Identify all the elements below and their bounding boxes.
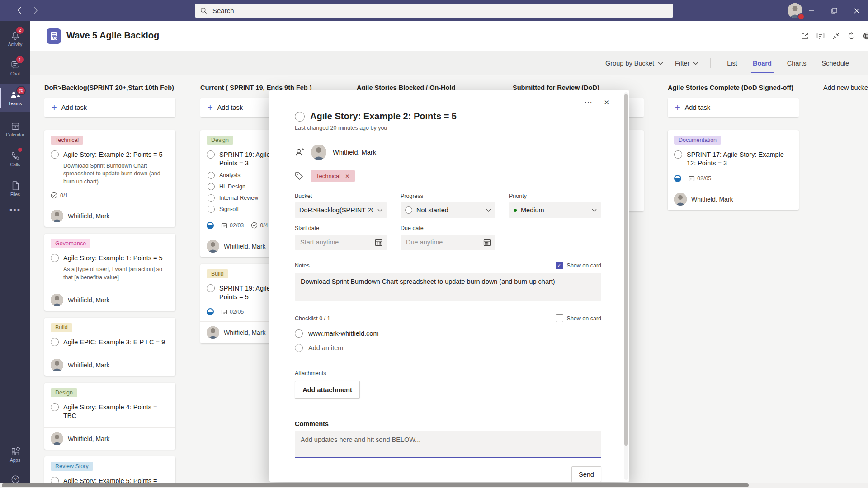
conversation-icon[interactable] — [816, 32, 825, 40]
calendar-icon[interactable] — [375, 239, 382, 246]
add-assignee-icon[interactable] — [295, 148, 305, 157]
checklist-item-circle[interactable] — [295, 329, 303, 338]
assignee-name: Whitfield, Mark — [333, 149, 376, 156]
checklist-show-on-card[interactable]: Show on card — [556, 314, 601, 322]
avatar — [674, 193, 687, 206]
complete-task-circle[interactable] — [51, 477, 59, 483]
start-date-input[interactable] — [295, 235, 387, 250]
view-tab-schedule[interactable]: Schedule — [821, 58, 850, 69]
due-date-field[interactable] — [405, 238, 479, 246]
subtask-circle[interactable] — [208, 206, 215, 213]
board-horizontal-scrollbar[interactable] — [0, 483, 868, 488]
subtask-label: Sign-off — [219, 206, 239, 212]
task-card[interactable]: Review Story Agile Story: Example 5: Poi… — [44, 456, 175, 483]
complete-task-circle[interactable] — [207, 150, 215, 159]
sidebar-more-button[interactable]: ••• — [0, 201, 30, 219]
due-date-field-label: Due date — [401, 225, 495, 231]
complete-task-circle[interactable] — [51, 150, 59, 159]
sidebar-item-chat[interactable]: Chat 1 — [0, 54, 30, 82]
checkbox-checked-icon[interactable]: ✓ — [556, 262, 563, 269]
page-title: Wave 5 Agile Backlog — [66, 30, 159, 41]
dialog-close-icon[interactable]: ✕ — [604, 99, 609, 107]
add-new-bucket[interactable]: Add new bucket — [823, 84, 868, 98]
bucket-field-label: Bucket — [295, 193, 387, 199]
board-scrollbar-thumb[interactable] — [2, 483, 749, 487]
add-attachment-button[interactable]: Add attachment — [295, 381, 360, 399]
due-date: 02/05 — [230, 309, 244, 315]
close-window-button[interactable] — [846, 0, 867, 21]
bucket-title[interactable]: Agile Stories Complete (DoD Signed-off) — [668, 84, 799, 91]
bucket-title[interactable]: DoR>Backlog(SPRINT 20+,Start 10th Feb) — [44, 84, 175, 91]
open-in-new-window-icon[interactable] — [801, 32, 809, 40]
group-by-dropdown[interactable]: Group by Bucket — [605, 60, 663, 67]
bucket-value: DoR>Backlog(SPRINT 20+,... — [299, 206, 373, 214]
website-globe-icon[interactable] — [863, 32, 868, 40]
subtask-circle[interactable] — [208, 194, 215, 202]
comment-input[interactable] — [295, 431, 601, 457]
card-assignee-row: Whitfield, Mark — [44, 427, 175, 450]
view-tab-board[interactable]: Board — [752, 58, 773, 69]
comments-label: Comments — [295, 420, 601, 427]
notes-textarea[interactable]: Download Sprint Burndown Chart spreadshe… — [295, 273, 601, 301]
dialog-scrollbar-thumb[interactable] — [624, 94, 628, 446]
filter-dropdown[interactable]: Filter — [675, 60, 698, 67]
view-tab-list[interactable]: List — [726, 58, 738, 69]
calls-notification-dot — [18, 148, 22, 152]
category-badge: Documentation — [674, 136, 721, 145]
refresh-icon[interactable] — [848, 32, 855, 40]
task-card[interactable]: Technical Agile Story: Example 2: Points… — [44, 130, 175, 227]
subtask-circle[interactable] — [208, 183, 215, 190]
label-chip-technical[interactable]: Technical ✕ — [311, 170, 355, 182]
task-title: Agile Story: Example 1: Points = 5 — [63, 254, 163, 263]
send-button[interactable]: Send — [571, 466, 601, 482]
sidebar-item-files[interactable]: Files — [0, 175, 30, 203]
add-item-label: Add an item — [308, 344, 343, 352]
add-task-button[interactable]: + Add task — [44, 98, 175, 117]
task-card[interactable]: Design Agile Story: Example 4: Points = … — [44, 383, 175, 450]
task-card[interactable]: Build Agile EPIC: Example 3: E P I C = 9… — [44, 318, 175, 376]
sidebar-item-teams[interactable]: Teams @ — [0, 84, 30, 112]
view-tab-charts[interactable]: Charts — [786, 58, 807, 69]
sidebar-item-calls[interactable]: Calls — [0, 145, 30, 173]
complete-task-circle[interactable] — [207, 284, 215, 292]
sidebar-item-label: Chat — [10, 71, 20, 76]
due-date-input[interactable] — [401, 235, 495, 250]
search-input[interactable] — [212, 6, 668, 15]
bucket-select[interactable]: DoR>Backlog(SPRINT 20+,... — [295, 202, 387, 218]
back-icon[interactable] — [16, 6, 23, 15]
task-title: Agile EPIC: Example 3: E P I C = 9 — [63, 338, 165, 347]
complete-task-circle[interactable] — [51, 403, 59, 411]
checkbox-unchecked-icon[interactable] — [556, 314, 563, 322]
sidebar-item-calendar[interactable]: Calendar — [0, 115, 30, 143]
complete-task-circle[interactable] — [674, 150, 682, 159]
checklist-item[interactable]: www.mark-whitfield.com — [295, 329, 601, 338]
maximize-button[interactable] — [824, 0, 844, 21]
subtask-circle[interactable] — [208, 172, 215, 179]
calendar-icon[interactable] — [483, 239, 491, 246]
minimize-button[interactable] — [801, 0, 822, 21]
sidebar-item-activity[interactable]: Activity 2 — [0, 25, 30, 53]
complete-task-circle[interactable] — [51, 254, 59, 262]
sidebar-item-apps[interactable]: Apps — [0, 441, 30, 469]
notes-show-on-card[interactable]: ✓ Show on card — [556, 262, 601, 269]
add-checklist-item[interactable]: Add an item — [295, 344, 601, 352]
collapse-icon[interactable] — [832, 32, 840, 40]
progress-select[interactable]: Not started — [401, 202, 495, 218]
task-card[interactable]: Documentation SPRINT 17: Agile Story: Ex… — [668, 130, 799, 210]
start-date-field[interactable] — [299, 238, 371, 246]
chevron-down-icon — [592, 209, 597, 212]
add-new-bucket-label[interactable]: Add new bucket — [823, 84, 868, 91]
complete-task-circle[interactable] — [295, 112, 305, 122]
remove-label-icon[interactable]: ✕ — [345, 173, 349, 179]
task-card[interactable]: Governance Agile Story: Example 1: Point… — [44, 234, 175, 311]
search-bar[interactable] — [195, 4, 673, 18]
complete-task-circle[interactable] — [51, 338, 59, 346]
add-task-button[interactable]: + Add task — [668, 98, 799, 117]
forward-icon[interactable] — [33, 6, 39, 15]
tag-icon[interactable] — [295, 172, 303, 180]
priority-select[interactable]: Medium — [509, 202, 601, 218]
assignee-name: Whitfield, Mark — [68, 361, 110, 369]
dialog-more-options-icon[interactable]: ⋯ — [584, 98, 592, 107]
dialog-scrollbar[interactable] — [624, 92, 628, 480]
show-on-card-label: Show on card — [567, 315, 601, 322]
